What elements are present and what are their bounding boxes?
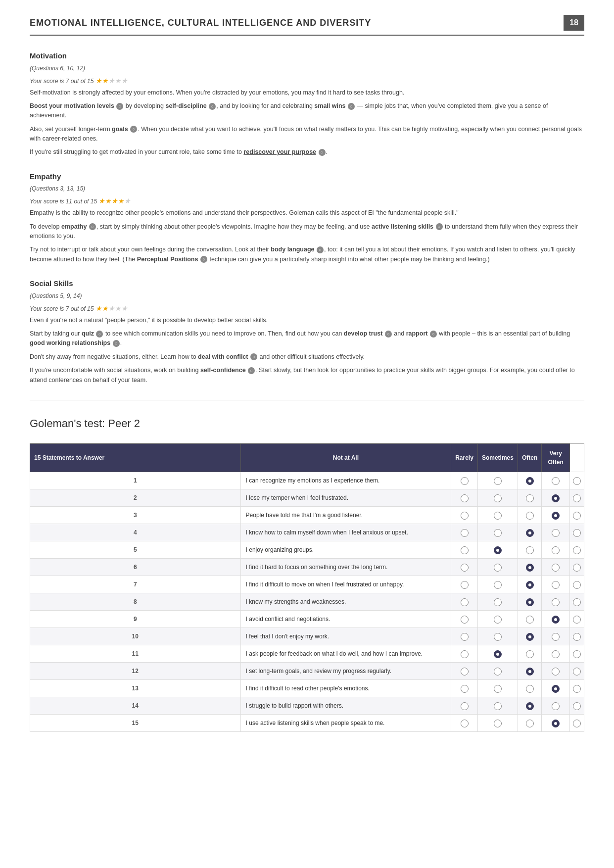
radio-circle[interactable]: [552, 616, 560, 624]
radio-cell[interactable]: [570, 645, 584, 662]
radio-cell[interactable]: [570, 576, 584, 593]
radio-circle[interactable]: [494, 668, 502, 675]
radio-circle[interactable]: [461, 702, 469, 710]
radio-circle[interactable]: [526, 564, 534, 572]
radio-circle[interactable]: [494, 633, 502, 641]
radio-cell[interactable]: [542, 506, 570, 524]
radio-cell[interactable]: [451, 506, 478, 524]
radio-cell[interactable]: [542, 489, 570, 506]
radio-circle[interactable]: [461, 668, 469, 675]
radio-cell[interactable]: [451, 679, 478, 697]
radio-cell[interactable]: [451, 645, 478, 662]
radio-cell[interactable]: [518, 645, 541, 662]
radio-cell[interactable]: [518, 627, 541, 645]
radio-cell[interactable]: [518, 489, 541, 506]
radio-cell[interactable]: [477, 506, 518, 524]
radio-cell[interactable]: [477, 489, 518, 506]
radio-circle[interactable]: [573, 581, 581, 589]
radio-cell[interactable]: [518, 524, 541, 541]
radio-circle[interactable]: [552, 668, 560, 675]
radio-cell[interactable]: [477, 627, 518, 645]
radio-circle[interactable]: [494, 720, 502, 727]
radio-cell[interactable]: [570, 679, 584, 697]
radio-cell[interactable]: [451, 541, 478, 558]
radio-cell[interactable]: [518, 558, 541, 576]
radio-cell[interactable]: [451, 524, 478, 541]
radio-circle[interactable]: [526, 546, 534, 554]
radio-cell[interactable]: [518, 714, 541, 731]
radio-circle[interactable]: [461, 564, 469, 572]
radio-cell[interactable]: [542, 541, 570, 558]
radio-cell[interactable]: [451, 610, 478, 627]
radio-circle[interactable]: [526, 512, 534, 520]
radio-circle[interactable]: [461, 512, 469, 520]
radio-cell[interactable]: [542, 610, 570, 627]
radio-cell[interactable]: [542, 472, 570, 489]
radio-circle[interactable]: [526, 598, 534, 606]
radio-cell[interactable]: [451, 662, 478, 679]
radio-cell[interactable]: [477, 541, 518, 558]
radio-circle[interactable]: [461, 633, 469, 641]
radio-cell[interactable]: [570, 506, 584, 524]
radio-cell[interactable]: [451, 697, 478, 714]
radio-cell[interactable]: [542, 576, 570, 593]
radio-circle[interactable]: [494, 546, 502, 554]
radio-cell[interactable]: [451, 714, 478, 731]
radio-cell[interactable]: [477, 679, 518, 697]
radio-circle[interactable]: [461, 494, 469, 502]
radio-cell[interactable]: [570, 541, 584, 558]
radio-circle[interactable]: [552, 529, 560, 537]
radio-cell[interactable]: [570, 627, 584, 645]
radio-cell[interactable]: [477, 645, 518, 662]
radio-circle[interactable]: [461, 581, 469, 589]
radio-circle[interactable]: [573, 598, 581, 606]
radio-circle[interactable]: [526, 616, 534, 624]
radio-cell[interactable]: [477, 524, 518, 541]
radio-cell[interactable]: [477, 576, 518, 593]
radio-cell[interactable]: [518, 679, 541, 697]
radio-cell[interactable]: [477, 697, 518, 714]
radio-circle[interactable]: [461, 685, 469, 693]
radio-cell[interactable]: [570, 662, 584, 679]
radio-cell[interactable]: [477, 662, 518, 679]
radio-circle[interactable]: [526, 633, 534, 641]
radio-circle[interactable]: [573, 702, 581, 710]
radio-circle[interactable]: [552, 564, 560, 572]
radio-circle[interactable]: [573, 685, 581, 693]
radio-circle[interactable]: [552, 477, 560, 485]
radio-circle[interactable]: [526, 720, 534, 727]
radio-circle[interactable]: [461, 546, 469, 554]
radio-cell[interactable]: [542, 627, 570, 645]
radio-circle[interactable]: [552, 598, 560, 606]
radio-cell[interactable]: [518, 662, 541, 679]
radio-cell[interactable]: [542, 645, 570, 662]
radio-circle[interactable]: [526, 668, 534, 675]
radio-circle[interactable]: [573, 529, 581, 537]
radio-circle[interactable]: [552, 720, 560, 727]
radio-cell[interactable]: [570, 714, 584, 731]
radio-circle[interactable]: [573, 720, 581, 727]
radio-cell[interactable]: [542, 714, 570, 731]
radio-circle[interactable]: [461, 598, 469, 606]
radio-circle[interactable]: [494, 702, 502, 710]
radio-cell[interactable]: [477, 472, 518, 489]
radio-circle[interactable]: [526, 529, 534, 537]
radio-cell[interactable]: [451, 593, 478, 610]
radio-circle[interactable]: [461, 529, 469, 537]
radio-circle[interactable]: [494, 494, 502, 502]
radio-cell[interactable]: [477, 714, 518, 731]
radio-circle[interactable]: [552, 512, 560, 520]
radio-circle[interactable]: [573, 494, 581, 502]
radio-cell[interactable]: [451, 576, 478, 593]
radio-circle[interactable]: [494, 564, 502, 572]
radio-cell[interactable]: [477, 558, 518, 576]
radio-cell[interactable]: [518, 593, 541, 610]
radio-circle[interactable]: [461, 650, 469, 658]
radio-circle[interactable]: [461, 720, 469, 727]
radio-circle[interactable]: [461, 616, 469, 624]
radio-circle[interactable]: [494, 477, 502, 485]
radio-circle[interactable]: [494, 512, 502, 520]
radio-cell[interactable]: [570, 489, 584, 506]
radio-circle[interactable]: [573, 650, 581, 658]
radio-cell[interactable]: [542, 593, 570, 610]
